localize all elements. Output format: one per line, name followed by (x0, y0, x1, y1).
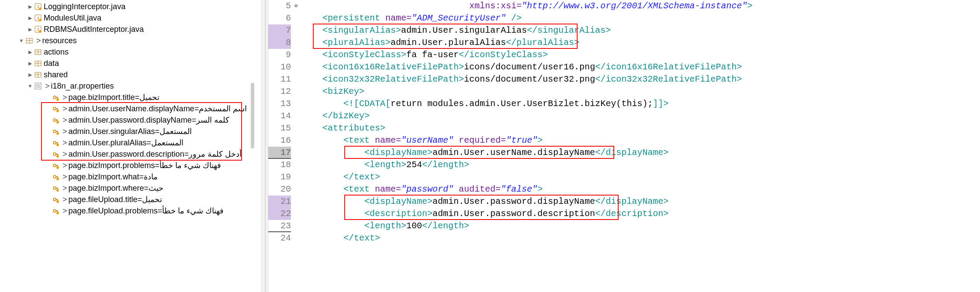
svg-point-52 (56, 166, 59, 169)
tree-file-0[interactable]: ▶JLoggingInterceptor.java (0, 1, 261, 12)
expand-arrow-icon[interactable]: ▶ (26, 72, 34, 78)
line-number[interactable]: 10 (268, 61, 291, 73)
code-line[interactable]: </bizKey> (301, 110, 980, 122)
key-icon (52, 173, 59, 181)
pkg-icon (34, 59, 42, 67)
svg-point-56 (56, 178, 59, 180)
code-line[interactable]: </text> (301, 171, 980, 183)
tree-prop-9[interactable]: >page.fileUpload.title=تحميل (0, 194, 261, 205)
tree-prop-7[interactable]: >page.bizImport.what=مادة (0, 171, 261, 182)
java-icon: J (34, 25, 42, 33)
pane-divider[interactable] (261, 0, 268, 292)
tree-prop-10[interactable]: >page.fileUpload.problems=فهناك شيء ما خ… (0, 205, 261, 216)
editor-pane: 56789101112131415161718192021222324 ⊖⊖⊖⊖… (268, 0, 980, 292)
code-line[interactable]: <length>100</length> (301, 220, 980, 232)
code-line[interactable]: <persistent name="ADM_SecurityUser" /> (301, 12, 980, 24)
property-label: page.bizImport.problems=فهناك شيء ما خطأ (69, 161, 222, 170)
line-number[interactable]: 6 (268, 12, 291, 24)
tree-folder-data[interactable]: ▶data (0, 58, 261, 69)
file-label: LoggingInterceptor.java (44, 2, 125, 11)
expand-arrow-icon[interactable]: ▶ (26, 4, 34, 10)
property-label: page.bizImport.what=مادة (69, 172, 158, 182)
highlight-box-code-3 (344, 195, 619, 220)
fold-toggle-icon[interactable]: ⊖ (294, 3, 298, 9)
key-icon (52, 93, 59, 101)
line-number[interactable]: 14 (268, 110, 291, 122)
folder-label: data (44, 59, 59, 68)
folder-label: resources (42, 36, 77, 45)
props-icon (34, 82, 42, 90)
expand-arrow-icon[interactable]: ▶ (26, 15, 34, 21)
folder-label: shared (44, 70, 68, 79)
tree-prop-8[interactable]: >page.bizImport.where=حيث (0, 182, 261, 194)
property-label: page.bizImport.title=تحميل (69, 93, 160, 102)
pkg-icon (34, 71, 42, 79)
java-icon: J (34, 14, 42, 22)
line-number[interactable]: 12 (268, 86, 291, 98)
tree-folder-resources[interactable]: ▼>resources (0, 35, 261, 46)
line-number[interactable]: 24 (268, 232, 291, 244)
line-number[interactable]: 17 (268, 147, 291, 159)
java-icon: J (34, 3, 42, 10)
tree-folder-shared[interactable]: ▶shared (0, 69, 261, 80)
tree-scrollbar[interactable] (251, 83, 254, 148)
key-icon (52, 196, 59, 203)
expand-arrow-icon[interactable]: ▶ (26, 61, 34, 66)
code-line[interactable]: <text name="password" audited="false"> (301, 183, 980, 196)
highlight-box-code-2 (344, 146, 614, 159)
line-number[interactable]: 9 (268, 49, 291, 61)
file-label: RDBMSAuditInterceptor.java (44, 25, 144, 34)
line-number[interactable]: 22 (268, 208, 291, 220)
file-label: i18n_ar.properties (51, 82, 114, 91)
project-tree-pane: ▶JLoggingInterceptor.java▶JModulesUtil.j… (0, 0, 261, 292)
line-number[interactable]: 13 (268, 98, 291, 110)
key-icon (52, 161, 59, 169)
line-number[interactable]: 20 (268, 183, 291, 196)
tree-file-2[interactable]: ▶JRDBMSAuditInterceptor.java (0, 24, 261, 35)
svg-point-2 (39, 7, 42, 10)
line-number[interactable]: 8 (268, 37, 291, 49)
line-number[interactable]: 23 (268, 220, 291, 232)
collapse-arrow-icon[interactable]: ▼ (26, 83, 34, 89)
code-line[interactable]: <length>254</length> (301, 159, 980, 171)
property-label: page.bizImport.where=حيث (69, 183, 164, 193)
line-number[interactable]: 11 (268, 73, 291, 86)
line-number[interactable]: 15 (268, 122, 291, 134)
tree-prop-0[interactable]: >page.bizImport.title=تحميل (0, 92, 261, 103)
code-line[interactable]: <attributes> (301, 122, 980, 134)
pkg-icon (25, 37, 33, 45)
code-line[interactable]: </text> (301, 232, 980, 244)
svg-point-64 (56, 200, 59, 203)
highlight-box-code-1 (313, 24, 578, 49)
property-label: page.fileUpload.problems=فهناك شيء ما خط… (69, 206, 224, 216)
expand-arrow-icon[interactable]: ▶ (26, 49, 34, 55)
svg-text:J: J (37, 16, 39, 21)
line-number[interactable]: 5 (268, 0, 291, 12)
tree-prop-6[interactable]: >page.bizImport.problems=فهناك شيء ما خط… (0, 160, 261, 171)
code-line[interactable]: <iconStyleClass>fa fa-user</iconStyleCla… (301, 49, 980, 61)
key-icon (52, 207, 59, 215)
tree-folder-actions[interactable]: ▶actions (0, 46, 261, 58)
file-label: ModulesUtil.java (44, 14, 101, 23)
code-line[interactable]: <bizKey> (301, 86, 980, 98)
svg-text:J: J (37, 27, 39, 32)
code-line[interactable]: <icon16x16RelativeFilePath>icons/documen… (301, 61, 980, 73)
line-number[interactable]: 21 (268, 196, 291, 208)
code-line[interactable]: xmlns:xsi="http://www.w3.org/2001/XMLSch… (301, 0, 980, 12)
pkg-icon (34, 48, 42, 56)
folder-label: actions (44, 48, 69, 57)
line-number[interactable]: 18 (268, 159, 291, 171)
line-number[interactable]: 19 (268, 171, 291, 183)
line-number[interactable]: 16 (268, 134, 291, 147)
collapse-arrow-icon[interactable]: ▼ (17, 38, 25, 43)
code-line[interactable]: <![CDATA[return modules.admin.User.UserB… (301, 98, 980, 110)
svg-point-5 (39, 19, 42, 21)
code-line[interactable]: <icon32x32RelativeFilePath>icons/documen… (301, 73, 980, 86)
svg-text:J: J (37, 4, 39, 9)
code-line[interactable]: <text name="userName" required="true"> (301, 134, 980, 147)
tree-file-1[interactable]: ▶JModulesUtil.java (0, 12, 261, 24)
line-number[interactable]: 7 (268, 24, 291, 37)
property-label: page.fileUpload.title=تحميل (69, 195, 163, 204)
tree-file-properties[interactable]: ▼>i18n_ar.properties (0, 80, 261, 92)
expand-arrow-icon[interactable]: ▶ (26, 27, 34, 32)
